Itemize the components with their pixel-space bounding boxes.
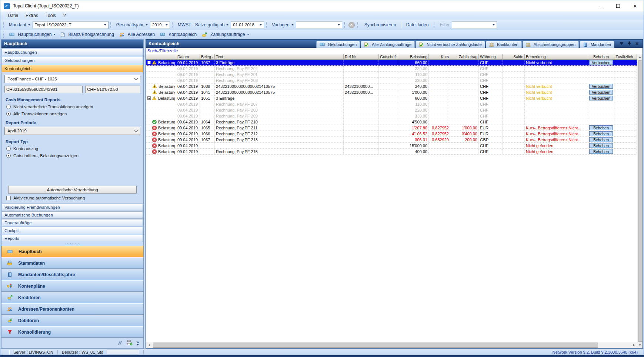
table-row[interactable]: Belastung09.04.201910373 Einträge660.00C…: [146, 60, 637, 66]
iban-field[interactable]: CH6315590959020343981: [4, 86, 83, 93]
column-header-datum[interactable]: Datum: [176, 54, 200, 59]
radio-gutschriften[interactable]: Gutschriften-, Belastungsanzeigen: [6, 153, 139, 158]
column-header-status[interactable]: [146, 54, 176, 59]
radio-nicht-verarbeitete[interactable]: Nicht verarbeitete Transaktionen anzeige…: [6, 105, 139, 109]
table-row[interactable]: 09.04.2019Rechnung, Pay.PF 203330.00CHF: [146, 77, 637, 83]
tab-bankkonten[interactable]: Bankkonten: [486, 41, 522, 48]
sidebar-item-cockpit[interactable]: Cockpit: [2, 227, 143, 234]
verbuchen-button[interactable]: Verbuchen: [589, 60, 613, 65]
sidebar-item-hauptbuchungen[interactable]: Hauptbuchungen: [2, 49, 143, 56]
mwst-date-select[interactable]: 01.01.2018: [231, 21, 264, 29]
sidebar-item-automatische-buchungen[interactable]: Automatische Buchungen: [2, 211, 143, 219]
tab-mandanten[interactable]: Mandanten: [580, 41, 614, 48]
geschaeftsjahr-button[interactable]: Geschäftsjahr: [114, 21, 150, 29]
horizontal-scrollbar[interactable]: [146, 342, 637, 348]
column-header-beleg-[interactable]: Beleg -...: [200, 54, 215, 59]
toolbar-button-kontoabgleich[interactable]: Kontoabgleich: [157, 31, 199, 38]
column-header-text[interactable]: Text: [215, 54, 344, 59]
sidebar-splitter[interactable]: [1, 242, 143, 246]
column-header-saldo[interactable]: Saldo: [503, 54, 525, 59]
toolbar-button-zahlungsauftraege[interactable]: Zahlungsaufträge: [199, 31, 251, 38]
scroll-right-icon[interactable]: [631, 342, 637, 348]
toolbar-button-hauptbuchungen[interactable]: Hauptbuchungen: [7, 31, 58, 38]
more-options-icon[interactable]: »: [136, 341, 139, 346]
toolbar-button-bilanz-erfolgsrechnung[interactable]: Bilanz/Erfolgsrechnung: [58, 31, 116, 38]
verbuchen-button[interactable]: Verbuchen: [589, 84, 613, 89]
synchronisieren-button[interactable]: Synchronisieren: [361, 21, 400, 29]
tab-geldbuchungen[interactable]: Geldbuchungen: [316, 41, 360, 48]
close-button[interactable]: ✕: [627, 0, 644, 11]
table-row[interactable]: Belastung09.04.201910513 Einträge660.00C…: [146, 95, 637, 101]
scrollbar-thumb[interactable]: [638, 60, 642, 342]
column-header-waehrung[interactable]: Währung: [479, 54, 503, 59]
datei-laden-button[interactable]: Datei laden: [403, 21, 432, 29]
sidebar-item-validierung-fremdwaehrungen[interactable]: Validierung Fremdwährungen: [2, 204, 143, 211]
sidebar-item-geldbuchungen[interactable]: Geldbuchungen: [2, 57, 143, 64]
toolbar-grip[interactable]: [344, 22, 346, 28]
radio-kontoauszug[interactable]: Kontoauszug: [6, 146, 139, 151]
balance-field[interactable]: CHF 510'072.50: [85, 86, 140, 93]
sidebar-nav-adressen-personenkonten[interactable]: Adressen/Personenkonten: [1, 303, 143, 315]
search-filter-row[interactable]: Such-/Filterzeile: [146, 48, 643, 54]
menu-item-tools[interactable]: Tools: [42, 12, 60, 19]
beheben-button[interactable]: Beheben: [589, 143, 613, 148]
column-header-zusaetzlich[interactable]: Zusätzlich: [614, 54, 637, 59]
menu-item-extras[interactable]: Extras: [22, 12, 42, 19]
expand-toggle-icon[interactable]: [147, 96, 151, 100]
toolbar-grip[interactable]: [110, 22, 112, 28]
vorlagen-select[interactable]: [296, 21, 342, 29]
sidebar-nav-stammdaten[interactable]: Stammdaten: [1, 257, 143, 269]
verbuchen-button[interactable]: Verbuchen: [589, 96, 613, 100]
table-row[interactable]: Belastung09.04.20191067Rechnung, Pay.PF …: [146, 137, 637, 143]
mandant-select[interactable]: Topal_ISO20022_T: [33, 21, 109, 29]
table-row[interactable]: Belastung09.04.2019Rechnung, Pay.PF 2154…: [146, 149, 637, 155]
window-list-icon[interactable]: [620, 42, 624, 46]
toolbar-grip[interactable]: [434, 22, 436, 28]
table-row[interactable]: 09.04.2019Rechnung, Pay.PF 201110.00CHF: [146, 72, 637, 77]
sidebar-nav-hauptbuch[interactable]: Hauptbuch: [1, 246, 143, 257]
menu-item-help[interactable]: ?: [60, 12, 70, 19]
close-panel-icon[interactable]: ✕: [635, 42, 639, 46]
sidebar-item-kontoabgleich[interactable]: Kontoabgleich: [2, 65, 143, 72]
sidebar-nav-konsolidierung[interactable]: Konsolidierung: [1, 326, 143, 338]
toolbar-grip[interactable]: [266, 22, 268, 28]
scroll-left-icon[interactable]: [146, 342, 152, 348]
maximize-button[interactable]: [610, 0, 627, 11]
verbuchen-button[interactable]: Verbuchen: [589, 90, 613, 95]
tab-abschreibungsgruppen[interactable]: Abschreibungsgruppen: [523, 41, 579, 48]
mwst-button[interactable]: MWST - Sätze gültig ab: [176, 21, 231, 29]
table-row[interactable]: Belastung09.04.2019104124322100000000000…: [146, 89, 637, 95]
column-header-zahlbetrag[interactable]: Zahlbetrag: [450, 54, 479, 59]
column-header-bemerkung[interactable]: Bemerkung: [525, 54, 588, 59]
vorlagen-button[interactable]: Vorlagen: [270, 21, 296, 29]
tab-alle-zahlungsauftraege[interactable]: Alle Zahlungsaufträge: [361, 41, 415, 48]
mandant-button[interactable]: Mandant: [7, 21, 33, 29]
column-header-kurs[interactable]: Kurs: [429, 54, 450, 59]
table-row[interactable]: 09.04.2019Rechnung, Pay.PF 209330.00CHF: [146, 113, 637, 119]
toolbar-grip[interactable]: [3, 32, 5, 38]
beheben-button[interactable]: Beheben: [589, 131, 613, 136]
sidebar-item-reports[interactable]: Reports: [2, 235, 143, 242]
toolbar-button-alle-adressen[interactable]: Alle Adressen: [117, 31, 157, 38]
sidebar-nav-kontenplaene[interactable]: Kontenpläne: [1, 280, 143, 292]
table-row[interactable]: Belastung09.04.20191066Rechnung, Pay.PF …: [146, 131, 637, 137]
geschaeftsjahr-select[interactable]: 2019: [150, 21, 170, 29]
toolbar-grip[interactable]: [172, 22, 174, 28]
clear-icon[interactable]: ✕: [348, 22, 355, 28]
column-header-gutschrift[interactable]: Gutschrift: [379, 54, 398, 59]
menu-item-datei[interactable]: Datei: [4, 12, 22, 19]
expand-toggle-icon[interactable]: [147, 61, 151, 64]
table-row[interactable]: 09.04.2019Rechnung, Pay.PF 202220.00CHF: [146, 66, 637, 72]
toolbar-grip[interactable]: [357, 22, 359, 28]
beheben-button[interactable]: Beheben: [589, 149, 613, 154]
scroll-up-icon[interactable]: [637, 54, 643, 60]
table-row[interactable]: Belastung09.04.201915'000.00CHFNicht gef…: [146, 143, 637, 149]
table-row[interactable]: 09.04.2019Rechnung, Pay.PF 208220.00CHF: [146, 107, 637, 113]
sidebar-nav-debitoren[interactable]: Debitoren: [1, 315, 143, 326]
beheben-button[interactable]: Beheben: [589, 125, 613, 130]
pin-icon[interactable]: [628, 41, 631, 46]
report-periode-select[interactable]: April 2019: [4, 127, 140, 135]
table-row[interactable]: 09.04.2019Rechnung, Pay.PF 207110.00CHF: [146, 101, 637, 107]
print-icon[interactable]: [126, 340, 133, 346]
column-header-beheben[interactable]: Beheben: [588, 54, 614, 59]
